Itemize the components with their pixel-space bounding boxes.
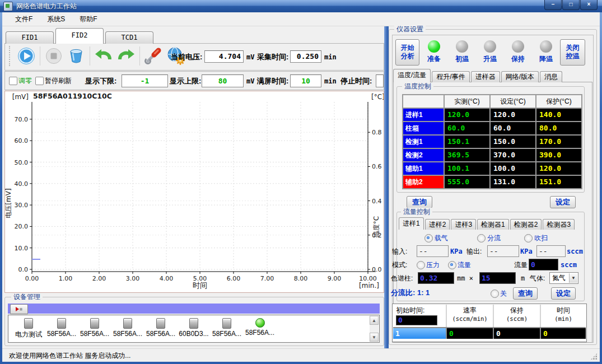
output-pressure-label: 输出:	[466, 247, 482, 256]
column-length-field[interactable]: 15	[479, 272, 516, 284]
indicator-lamp-icon	[484, 40, 496, 53]
time-header-line1: 时间	[541, 305, 586, 315]
resize-grip[interactable]	[590, 353, 598, 360]
device-list-view-button[interactable]: ≡	[10, 304, 28, 314]
tab-进样2[interactable]: 进样2	[425, 219, 450, 230]
device-list-scrollbar[interactable]: ▲ ▼	[370, 316, 379, 342]
tab-进样3[interactable]: 进样3	[451, 219, 476, 230]
temp-measured-value: 555.0	[445, 176, 489, 188]
indicator-lamp-icon	[456, 40, 468, 53]
acq-time-field[interactable]: 0.250	[290, 50, 321, 63]
toolbar-icons	[7, 46, 186, 66]
temp-set-button[interactable]: 设定	[550, 196, 576, 208]
tab-进样1[interactable]: 进样1	[399, 217, 424, 230]
svg-text:40.0: 40.0	[15, 180, 29, 188]
tab-进样器[interactable]: 进样器	[471, 71, 500, 82]
device-toolbar	[8, 304, 380, 314]
list-lines-icon: ≡	[20, 307, 22, 312]
flow-mode-radio[interactable]	[448, 261, 456, 269]
hold-header: 保持 (sccm)	[493, 305, 540, 327]
redo-arrow-icon[interactable]	[116, 46, 136, 66]
temp-set-value: 100.0	[491, 162, 535, 175]
wrench-config-icon[interactable]	[143, 46, 164, 66]
menu-system[interactable]: 系统S	[40, 13, 72, 26]
purge-radio[interactable]	[524, 234, 533, 242]
device-58F56A...[interactable]: 58F56A...	[112, 318, 143, 338]
svg-text:70.0: 70.0	[15, 116, 29, 123]
tab-FID2[interactable]: FID2	[55, 28, 104, 44]
maximize-button[interactable]: □	[562, 0, 580, 10]
panel-divider	[384, 26, 389, 348]
svg-text:20.0: 20.0	[15, 223, 29, 230]
temp-row-header-进样1: 进样1	[403, 109, 444, 121]
temp-protect-value: 140.0	[536, 109, 581, 121]
device-60B0D3...[interactable]: 60B0D3...	[178, 318, 209, 338]
device-icon	[57, 318, 66, 329]
initial-time-field[interactable]: 0	[396, 315, 437, 325]
split-radio[interactable]	[477, 234, 486, 242]
flow-measured-field[interactable]: --	[536, 245, 566, 257]
dropdown-arrow-icon[interactable]: ▼	[569, 273, 577, 283]
scroll-up-icon[interactable]: ▲	[370, 316, 379, 325]
column-diameter-field[interactable]: 0.32	[418, 272, 454, 284]
device-58F56A...[interactable]: 58F56A...	[46, 318, 77, 338]
stop-acquisition-icon[interactable]	[44, 46, 64, 66]
flow-set-button[interactable]: 设定	[551, 287, 576, 300]
device-58F56A...[interactable]: 58F56A...	[244, 318, 276, 337]
toolbar-grip[interactable]	[9, 46, 12, 66]
tab-网络/版本[interactable]: 网络/版本	[501, 71, 539, 82]
flow-query-button[interactable]: 查询	[513, 287, 538, 300]
device-label: 58F56A...	[146, 330, 175, 338]
flow-set-field[interactable]: 0	[529, 259, 558, 270]
device-58F56A...[interactable]: 58F56A...	[145, 318, 176, 338]
svg-text:58F56A011910C10C: 58F56A011910C10C	[33, 92, 112, 100]
close-temp-control-button[interactable]: 关闭 控温	[560, 39, 585, 66]
temp-query-button[interactable]: 查询	[407, 196, 432, 208]
program-time-value: 0	[540, 327, 586, 339]
output-pressure-field[interactable]: --	[487, 245, 519, 257]
tab-TCD1[interactable]: TCD1	[105, 31, 153, 44]
device-电力测试[interactable]: 电力测试	[13, 318, 44, 339]
tab-温度/流量[interactable]: 温度/流量	[393, 69, 431, 82]
tab-FID1[interactable]: FID1	[6, 31, 54, 44]
tab-检测器2[interactable]: 检测器2	[510, 219, 542, 230]
svg-text:[°C]: [°C]	[371, 93, 384, 101]
gas-dropdown[interactable]: 氮气 ▼	[549, 272, 578, 284]
voltage-field[interactable]: 4.704	[204, 50, 244, 63]
split-off-radio[interactable]	[491, 290, 499, 298]
svg-text:0.8: 0.8	[372, 129, 382, 136]
rate-header-line2: (sccm/min)	[447, 315, 493, 322]
input-pressure-field[interactable]: --	[417, 245, 449, 257]
start-analysis-button[interactable]: 开始 分析	[395, 39, 419, 66]
pause-refresh-checkbox[interactable]	[35, 77, 44, 85]
stop-time-field[interactable]	[376, 74, 384, 87]
lower-limit-field[interactable]: -1	[122, 74, 168, 87]
device-online-icon	[255, 318, 265, 328]
menu-file[interactable]: 文件F	[8, 13, 40, 26]
split-ratio-label: 分流比: 1: 1	[391, 288, 430, 297]
close-button[interactable]: ×	[580, 0, 598, 10]
menu-help[interactable]: 帮助F	[72, 13, 104, 26]
pressure-mode-radio[interactable]	[417, 261, 425, 269]
tab-程升/事件[interactable]: 程升/事件	[432, 71, 469, 82]
signal-chart: 0.010.020.030.040.050.060.070.00.001.002…	[5, 91, 384, 292]
start-acquisition-icon[interactable]	[16, 46, 36, 66]
tab-消息[interactable]: 消息	[540, 71, 562, 82]
device-58F56A...[interactable]: 58F56A...	[79, 318, 110, 338]
temp-measured-value: 100.1	[445, 162, 489, 175]
zero-checkbox[interactable]	[9, 77, 17, 85]
scroll-down-icon[interactable]: ▼	[370, 333, 379, 342]
tab-检测器3[interactable]: 检测器3	[543, 219, 575, 230]
fullscreen-time-field[interactable]: 10	[290, 74, 321, 87]
device-58F56A...[interactable]: 58F56A...	[211, 318, 242, 338]
clear-bucket-icon[interactable]	[66, 46, 86, 66]
svg-text:50.0: 50.0	[15, 159, 29, 166]
undo-arrow-icon[interactable]	[94, 46, 114, 66]
temp-set-value: 120.0	[491, 109, 535, 121]
column-length-unit: m	[521, 274, 525, 283]
carrier-gas-radio[interactable]	[424, 234, 433, 242]
tab-检测器1[interactable]: 检测器1	[477, 219, 509, 230]
temp-measured-value: 369.5	[445, 149, 489, 161]
upper-limit-field[interactable]: 80	[202, 74, 244, 87]
minimize-button[interactable]: –	[544, 0, 562, 10]
